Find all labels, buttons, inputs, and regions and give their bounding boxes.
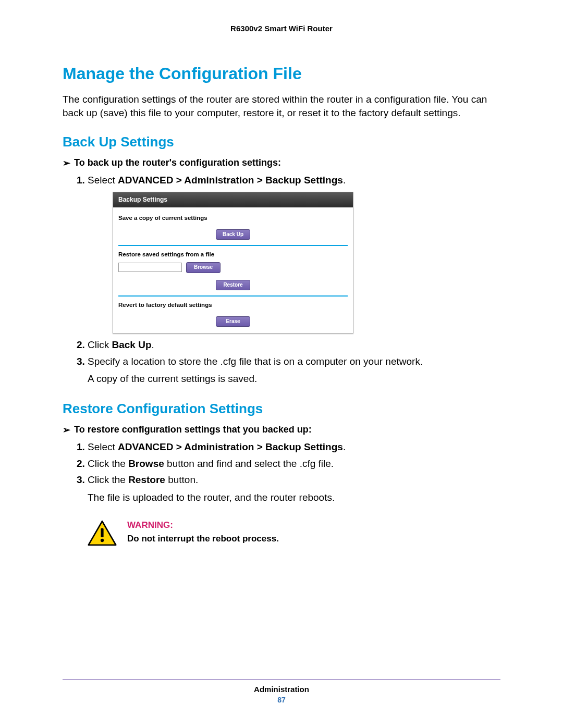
warning-block: WARNING: Do not interrupt the reboot pro… xyxy=(88,520,500,546)
step-text: Click xyxy=(88,339,112,350)
list-item: Select ADVANCED > Administration > Backu… xyxy=(88,173,500,334)
step-note: A copy of the current settings is saved. xyxy=(88,372,500,386)
task-title-text: To back up the router's configuration se… xyxy=(74,157,281,168)
panel-label-save: Save a copy of current settings xyxy=(118,214,348,223)
task-restore: ➢To restore configuration settings that … xyxy=(63,424,500,546)
warning-text: WARNING: Do not interrupt the reboot pro… xyxy=(127,520,279,544)
list-item: Select ADVANCED > Administration > Backu… xyxy=(88,440,500,454)
svg-rect-1 xyxy=(101,528,103,538)
footer-page-number: 87 xyxy=(63,696,500,704)
warning-message: Do not interrupt the reboot process. xyxy=(127,534,279,544)
panel-section-revert: Revert to factory default settings Erase xyxy=(118,297,348,328)
panel-body: Save a copy of current settings Back Up … xyxy=(113,207,353,333)
warning-label: WARNING: xyxy=(127,520,279,530)
step-text: . xyxy=(343,441,346,452)
step-text: . xyxy=(343,175,346,186)
task-title-restore: ➢To restore configuration settings that … xyxy=(63,424,500,436)
step-bold: ADVANCED > Administration > Backup Setti… xyxy=(118,441,343,452)
step-text: button and find and select the .cfg file… xyxy=(164,458,334,469)
step-text: Click the xyxy=(88,474,128,485)
task-title-backup: ➢To back up the router's configuration s… xyxy=(63,157,500,169)
task-arrow-icon: ➢ xyxy=(63,424,74,436)
task-arrow-icon: ➢ xyxy=(63,157,74,169)
task-title-text: To restore configuration settings that y… xyxy=(74,424,312,435)
step-bold: ADVANCED > Administration > Backup Setti… xyxy=(118,175,343,186)
footer-rule xyxy=(63,679,500,680)
panel-label-revert: Revert to factory default settings xyxy=(118,301,348,310)
intro-paragraph: The configuration settings of the router… xyxy=(63,93,500,119)
step-bold: Back Up xyxy=(112,339,151,350)
step-text: button. xyxy=(165,474,198,485)
backup-button[interactable]: Back Up xyxy=(216,229,250,240)
step-note: The file is uploaded to the router, and … xyxy=(88,490,500,505)
warning-icon xyxy=(88,520,117,546)
backup-steps: Select ADVANCED > Administration > Backu… xyxy=(73,173,500,386)
backup-settings-panel: Backup Settings Save a copy of current s… xyxy=(113,192,353,334)
step-text: Select xyxy=(88,175,118,186)
browse-button[interactable]: Browse xyxy=(186,262,221,273)
step-text: Select xyxy=(88,441,118,452)
step-bold: Browse xyxy=(128,458,164,469)
restore-steps: Select ADVANCED > Administration > Backu… xyxy=(73,440,500,504)
list-item: Click the Browse button and find and sel… xyxy=(88,456,500,471)
svg-point-2 xyxy=(101,539,104,542)
footer-section-label: Administration xyxy=(63,685,500,694)
step-text: Click the xyxy=(88,458,128,469)
list-item: Click the Restore button. The file is up… xyxy=(88,473,500,504)
document-page: R6300v2 Smart WiFi Router Manage the Con… xyxy=(0,0,563,728)
list-item: Specify a location to store the .cfg fil… xyxy=(88,354,500,386)
section-heading-backup: Back Up Settings xyxy=(63,134,500,150)
task-backup: ➢To back up the router's configuration s… xyxy=(63,157,500,386)
file-path-input[interactable] xyxy=(118,263,182,272)
panel-section-save: Save a copy of current settings Back Up xyxy=(118,209,348,246)
panel-title: Backup Settings xyxy=(113,192,353,207)
section-heading-restore: Restore Configuration Settings xyxy=(63,401,500,417)
step-text: Specify a location to store the .cfg fil… xyxy=(88,354,500,369)
list-item: Click Back Up. xyxy=(88,338,500,352)
panel-label-restore: Restore saved settings from a file xyxy=(118,250,348,259)
erase-button[interactable]: Erase xyxy=(216,316,250,327)
page-title: Manage the Configuration File xyxy=(63,64,500,83)
restore-button[interactable]: Restore xyxy=(216,280,250,291)
document-header: R6300v2 Smart WiFi Router xyxy=(63,24,500,33)
step-bold: Restore xyxy=(128,474,165,485)
page-footer: Administration 87 xyxy=(63,679,500,704)
step-text: . xyxy=(151,339,154,350)
panel-section-restore: Restore saved settings from a file Brows… xyxy=(118,246,348,297)
